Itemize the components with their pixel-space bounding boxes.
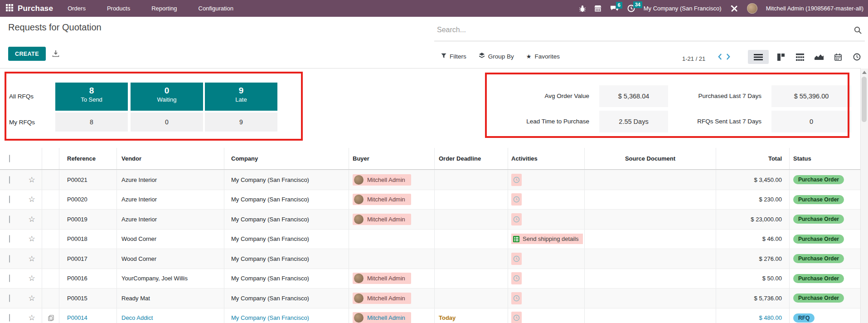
favorite-star-icon[interactable]: ☆ [22, 175, 42, 185]
header-vendor[interactable]: Vendor [117, 148, 224, 169]
header-order-deadline[interactable]: Order Deadline [435, 148, 508, 169]
my-rfqs-label: My RFQs [9, 119, 35, 126]
kpi-waiting-all-button[interactable]: 0 Waiting [131, 83, 203, 111]
row-checkbox[interactable] [9, 235, 10, 243]
select-all-checkbox[interactable] [9, 155, 10, 162]
group-by-button[interactable]: Group By [479, 53, 514, 60]
activities-clock-icon[interactable]: 34 [627, 5, 635, 12]
table-row[interactable]: ☆ P00019 Azure Interior My Company (San … [0, 209, 860, 229]
row-checkbox[interactable] [9, 196, 10, 203]
cell-buyer [349, 230, 435, 249]
favorite-star-icon[interactable]: ☆ [22, 234, 42, 244]
table-row[interactable]: ☆ P00015 Ready Mat My Company (San Franc… [0, 288, 860, 308]
kpi-waiting-my-button[interactable]: 0 [131, 113, 203, 132]
table-row[interactable]: ☆ P00016 YourCompany, Joel Willis My Com… [0, 269, 860, 289]
header-status[interactable]: Status [790, 155, 860, 162]
top-navbar: Purchase Orders Products Reporting Confi… [0, 0, 868, 17]
apps-menu-button[interactable] [0, 4, 18, 13]
menu-reporting[interactable]: Reporting [151, 5, 177, 12]
kpi-to-send-all-button[interactable]: 8 To Send [55, 83, 128, 111]
header-activities[interactable]: Activities [508, 148, 585, 169]
cell-source-document [585, 230, 716, 249]
messages-icon[interactable]: 6 [610, 5, 619, 12]
row-checkbox[interactable] [9, 314, 10, 322]
table-row[interactable]: ☆ P00014 Deco Addict My Company (San Fra… [0, 308, 860, 323]
cell-order-deadline [435, 249, 508, 269]
menu-products[interactable]: Products [107, 5, 130, 12]
buyer-name: Mitchell Admin [367, 275, 405, 282]
favorite-star-icon[interactable]: ☆ [22, 313, 42, 323]
export-download-icon[interactable] [52, 50, 59, 59]
status-badge: Purchase Order [793, 235, 844, 244]
view-pivot-button[interactable] [793, 50, 807, 64]
row-checkbox[interactable] [9, 294, 10, 302]
row-checkbox[interactable] [9, 255, 10, 263]
header-company[interactable]: Company [224, 148, 349, 169]
table-row[interactable]: ☆ P00021 Azure Interior My Company (San … [0, 170, 860, 190]
cell-vendor: Azure Interior [117, 190, 224, 210]
company-switcher[interactable]: My Company (San Francisco) [644, 5, 722, 12]
row-checkbox[interactable] [9, 176, 10, 184]
app-name[interactable]: Purchase [18, 4, 53, 13]
kpi-late-all-button[interactable]: 9 Late [205, 83, 277, 111]
table-row[interactable]: ☆ P00020 Azure Interior My Company (San … [0, 190, 860, 210]
activity-clock-icon[interactable] [511, 213, 522, 225]
header-total[interactable]: Total [716, 148, 790, 169]
shop-icon[interactable] [594, 5, 601, 12]
cell-source-document [585, 289, 716, 308]
table-row[interactable]: ☆ P00018 Wood Corner My Company (San Fra… [0, 229, 860, 249]
create-button[interactable]: CREATE [8, 47, 46, 61]
debug-bug-icon[interactable] [579, 5, 586, 12]
cell-source-document [585, 190, 716, 210]
view-list-button[interactable] [748, 50, 769, 64]
pager-previous-button[interactable] [718, 54, 722, 60]
cell-activities [508, 269, 585, 289]
kpi-to-send-my-button[interactable]: 8 [55, 113, 128, 132]
favorites-button[interactable]: ★ Favorites [526, 53, 560, 60]
view-kanban-button[interactable] [774, 50, 788, 64]
activity-clock-icon[interactable] [511, 272, 522, 284]
view-activity-button[interactable] [850, 50, 864, 64]
cell-activities [508, 308, 585, 323]
filters-button[interactable]: Filters [441, 53, 466, 60]
header-buyer[interactable]: Buyer [349, 148, 435, 169]
row-checkbox[interactable] [9, 274, 10, 282]
view-switcher [748, 50, 864, 64]
user-menu[interactable]: Mitchell Admin (19085667-master-all) [766, 5, 863, 12]
favorite-star-icon[interactable]: ☆ [22, 215, 42, 224]
activity-text: Send shipping details [523, 235, 579, 242]
activity-clock-icon[interactable] [511, 193, 522, 206]
menu-configuration[interactable]: Configuration [199, 5, 233, 12]
view-calendar-button[interactable] [831, 50, 845, 64]
favorite-star-icon[interactable]: ☆ [22, 254, 42, 264]
favorite-star-icon[interactable]: ☆ [22, 195, 42, 204]
menu-orders[interactable]: Orders [68, 5, 86, 12]
cell-status: Purchase Order [790, 254, 860, 263]
buyer-tag: Mitchell Admin [353, 214, 411, 225]
header-reference[interactable]: Reference [59, 148, 117, 169]
buyer-tag: Mitchell Admin [353, 174, 411, 186]
activity-clock-icon[interactable] [511, 253, 522, 265]
vertical-scrollbar[interactable] [860, 69, 868, 323]
tools-wrench-icon[interactable] [730, 5, 738, 13]
buyer-avatar [354, 175, 364, 185]
activity-label[interactable]: Send shipping details [511, 234, 583, 244]
cell-reference: P00017 [59, 249, 117, 269]
cell-vendor: Ready Mat [117, 289, 224, 308]
search-input[interactable] [436, 25, 841, 34]
user-avatar[interactable] [747, 3, 757, 14]
pager-next-button[interactable] [726, 54, 730, 60]
favorite-star-icon[interactable]: ☆ [22, 274, 42, 283]
activity-clock-icon[interactable] [511, 174, 522, 186]
view-graph-button[interactable] [812, 50, 826, 64]
activity-clock-icon[interactable] [511, 312, 522, 323]
kpi-late-my-button[interactable]: 9 [205, 113, 277, 132]
search-icon[interactable] [854, 26, 862, 36]
scroll-up-arrow[interactable] [862, 71, 867, 74]
favorite-star-icon[interactable]: ☆ [22, 294, 42, 303]
scrollbar-thumb[interactable] [862, 77, 867, 122]
row-checkbox[interactable] [9, 215, 10, 223]
activity-clock-icon[interactable] [511, 292, 522, 304]
table-row[interactable]: ☆ P00017 Wood Corner My Company (San Fra… [0, 249, 860, 269]
header-source-document[interactable]: Source Document [585, 148, 716, 169]
